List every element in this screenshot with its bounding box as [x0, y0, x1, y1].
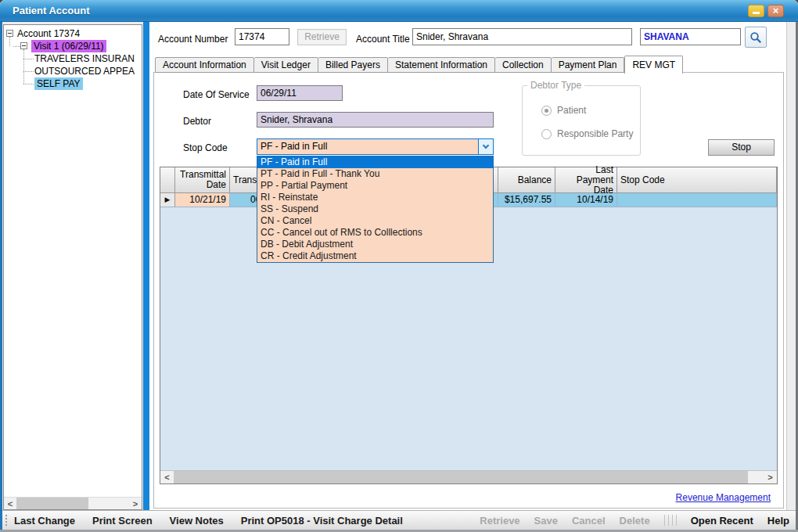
revenue-management-link[interactable]: Revenue Management: [676, 492, 771, 503]
grid-cell-stop-code[interactable]: [617, 193, 777, 207]
status-cancel[interactable]: Cancel: [572, 515, 606, 527]
tree-connector: [13, 46, 20, 47]
dropdown-option[interactable]: RI - Reinstate: [257, 192, 493, 203]
scrollbar-track[interactable]: [748, 471, 764, 483]
close-button[interactable]: ×: [767, 5, 784, 17]
tree-item-outsourced-appeal[interactable]: OUTSOURCED APPEA: [34, 65, 135, 77]
minimize-icon: [753, 12, 760, 14]
retrieve-button[interactable]: Retrieve: [297, 29, 347, 45]
scrollbar-thumb[interactable]: [16, 498, 88, 509]
status-retrieve[interactable]: Retrieve: [480, 515, 519, 527]
dropdown-option[interactable]: PF - Paid in Full: [257, 156, 493, 168]
stop-code-combobox[interactable]: PF - Paid in Full: [257, 138, 494, 155]
debtor-type-legend: Debtor Type: [527, 80, 584, 91]
scrollbar-track[interactable]: [88, 498, 129, 509]
scrollbar-thumb[interactable]: [174, 471, 748, 483]
debtor-label: Debtor: [183, 116, 211, 127]
scroll-left-icon[interactable]: <: [4, 498, 16, 509]
panel-splitter[interactable]: [143, 22, 149, 510]
tree-item-visit[interactable]: Visit 1 (06/29/11): [31, 40, 106, 52]
status-print-screen[interactable]: Print Screen: [92, 515, 153, 527]
account-title-label: Account Title: [356, 34, 410, 45]
tree-horizontal-scrollbar[interactable]: < >: [4, 497, 142, 509]
tree-item-label: Visit 1 (06/29/11): [31, 40, 106, 52]
date-of-service-field[interactable]: 06/29/11: [257, 85, 343, 101]
account-number-input[interactable]: 17374: [235, 28, 289, 45]
status-print-op5018[interactable]: Print OP5018 - Visit Charge Detail: [241, 515, 403, 527]
debtor-type-option-patient[interactable]: Patient: [541, 105, 586, 116]
dropdown-option[interactable]: PP - Partial Payment: [257, 180, 493, 192]
title-bar[interactable]: Patient Account ×: [0, 0, 798, 22]
dropdown-option[interactable]: CC - Cancel out of RMS to Colllections: [257, 227, 493, 239]
statusbar-grip-icon: [5, 515, 7, 526]
stop-code-label: Stop Code: [183, 142, 228, 153]
radio-label: Responsible Party: [557, 128, 633, 139]
stop-code-dropdown-list: PF - Paid in Full PT - Paid in Full - Th…: [257, 156, 494, 263]
combo-dropdown-button[interactable]: [478, 139, 493, 154]
tab-strip: Account Information Visit Ledger Billed …: [155, 55, 683, 73]
dropdown-option[interactable]: DB - Debit Adjustment: [257, 239, 493, 250]
tree-item-label: Account 17374: [17, 28, 80, 39]
tab-statement-information[interactable]: Statement Information: [388, 57, 495, 73]
window-border-left: [0, 22, 2, 530]
grid-header-balance[interactable]: Balance: [498, 167, 555, 192]
tab-payment-plan[interactable]: Payment Plan: [552, 57, 625, 73]
status-help[interactable]: Help: [767, 515, 789, 527]
tab-account-information[interactable]: Account Information: [155, 57, 254, 73]
tree-item-account[interactable]: Account 17374: [17, 27, 80, 40]
row-selector[interactable]: ▶: [160, 193, 175, 207]
status-save[interactable]: Save: [534, 515, 558, 527]
status-open-recent[interactable]: Open Recent: [691, 515, 753, 527]
window-title: Patient Account: [13, 0, 89, 21]
status-last-change[interactable]: Last Change: [14, 515, 75, 527]
tab-visit-ledger[interactable]: Visit Ledger: [254, 57, 318, 73]
account-title-input[interactable]: Snider, Shravana: [412, 28, 632, 45]
status-delete[interactable]: Delete: [620, 515, 650, 527]
tree-item-label: TRAVELERS INSURAN: [34, 53, 135, 64]
rev-mgt-tab-page: Date Of Service 06/29/11 Debtor Type Pat…: [153, 72, 784, 509]
dropdown-option[interactable]: SS - Suspend: [257, 203, 493, 215]
statusbar-separators: [664, 515, 677, 526]
scroll-right-icon[interactable]: >: [764, 471, 777, 483]
grid-cell-transmittal-date[interactable]: 10/21/19: [175, 193, 230, 207]
tree-item-travelers-insurance[interactable]: TRAVELERS INSURAN: [34, 52, 135, 65]
collapse-icon[interactable]: [20, 42, 27, 49]
radio-icon[interactable]: [541, 106, 552, 116]
radio-label: Patient: [557, 105, 586, 116]
status-view-notes[interactable]: View Notes: [170, 515, 224, 527]
grid-cell-balance[interactable]: $15,697.55: [498, 193, 555, 207]
grid-header-transmittal-date[interactable]: Transmittal Date: [175, 167, 230, 192]
minimize-button[interactable]: [748, 5, 764, 17]
main-panel: Account Number 17374 Retrieve Account Ti…: [149, 22, 787, 510]
dropdown-option[interactable]: PT - Paid in Full - Thank You: [257, 168, 493, 180]
tab-rev-mgt[interactable]: REV MGT: [624, 56, 683, 74]
tab-collection[interactable]: Collection: [495, 57, 552, 73]
grid-header-selector: [160, 167, 175, 192]
dropdown-option[interactable]: CR - Credit Adjustment: [257, 250, 493, 262]
date-of-service-label: Date Of Service: [183, 89, 250, 100]
status-bar: Last Change Print Screen View Notes Prin…: [2, 510, 796, 530]
scroll-right-icon[interactable]: >: [129, 498, 142, 509]
dropdown-option[interactable]: CN - Cancel: [257, 215, 493, 227]
account-number-label: Account Number: [158, 34, 228, 45]
account-tree-panel: Account 17374 Visit 1 (06/29/11) TRAVELE…: [3, 24, 142, 510]
grid-cell-last-payment-date[interactable]: 10/14/19: [555, 193, 617, 207]
tree-connector: [23, 71, 34, 72]
search-button[interactable]: [745, 27, 767, 48]
grid-header-stop-code[interactable]: Stop Code: [617, 167, 777, 192]
scroll-left-icon[interactable]: <: [160, 471, 174, 483]
tree-item-self-pay[interactable]: SELF PAY: [34, 77, 83, 90]
debtor-type-option-responsible-party[interactable]: Responsible Party: [541, 128, 633, 139]
radio-icon[interactable]: [541, 129, 552, 139]
collapse-icon[interactable]: [6, 30, 13, 37]
tree-item-label: SELF PAY: [34, 77, 83, 90]
row-selector-arrow-icon: ▶: [165, 196, 171, 203]
grid-header-last-payment-date[interactable]: Last Payment Date: [555, 167, 617, 192]
quick-search-input[interactable]: SHAVANA: [640, 28, 741, 45]
tree-item-label: OUTSOURCED APPEA: [34, 66, 135, 77]
debtor-field[interactable]: Snider, Shravana: [257, 112, 494, 128]
grid-horizontal-scrollbar[interactable]: < >: [160, 470, 777, 483]
tab-billed-payers[interactable]: Billed Payers: [318, 57, 388, 73]
tree-connector: [9, 37, 10, 46]
stop-button[interactable]: Stop: [708, 139, 775, 156]
